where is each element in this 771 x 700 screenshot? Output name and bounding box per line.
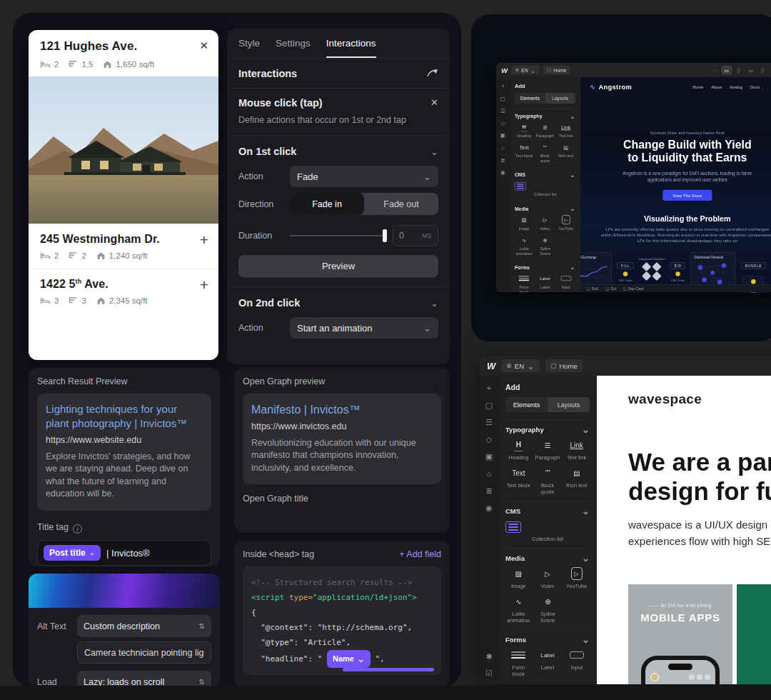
close-icon[interactable]: ✕: [199, 39, 208, 52]
pages-icon[interactable]: ▢: [485, 401, 493, 409]
tab-settings[interactable]: Settings: [276, 29, 311, 58]
element-block-quote[interactable]: ””Block quote: [535, 143, 554, 164]
element-input[interactable]: Input: [563, 649, 590, 677]
layers-icon[interactable]: ☰: [485, 419, 493, 426]
element-youtube[interactable]: ▷YouTube: [556, 215, 575, 231]
cms-icon[interactable]: ≣: [500, 157, 505, 163]
alt-text-input[interactable]: [77, 641, 211, 664]
settings-icon[interactable]: ✱: [485, 653, 492, 661]
section-typography[interactable]: Typography⌄: [505, 419, 590, 439]
section-media[interactable]: Media⌄: [505, 548, 590, 567]
mobile-apps-card[interactable]: AI OS for everything MOBILE APPS: [628, 584, 732, 684]
element-spline[interactable]: ⊕Spline Scene: [535, 595, 561, 624]
tab-layouts[interactable]: Layouts: [548, 397, 590, 412]
add-listing-icon[interactable]: +: [200, 231, 208, 249]
preview-button[interactable]: Preview: [238, 255, 438, 278]
element-paragraph[interactable]: ☰Paragraph: [535, 439, 561, 461]
element-rich-text[interactable]: ▤Rich text: [563, 466, 590, 495]
add-icon[interactable]: +: [487, 384, 491, 392]
section-media[interactable]: Media⌄: [515, 201, 575, 215]
element-video[interactable]: ▷Video: [535, 567, 561, 589]
add-icon[interactable]: +: [501, 84, 505, 89]
section-cms[interactable]: CMS⌄: [505, 501, 590, 520]
element-collection-list[interactable]: Collection list: [505, 521, 590, 542]
element-text-link[interactable]: LinkText link: [563, 439, 590, 461]
alt-text-select[interactable]: Custom description⇅: [77, 615, 211, 637]
nav-docs[interactable]: Docs ⌄: [750, 85, 764, 89]
element-image[interactable]: ▨Image: [515, 215, 533, 231]
element-label[interactable]: LabelLabel: [535, 649, 561, 677]
element-collection-list[interactable]: Collection list: [515, 182, 575, 197]
element-youtube[interactable]: ▷YouTube: [563, 567, 590, 589]
add-field-button[interactable]: + Add field: [399, 549, 441, 559]
title-tag-input[interactable]: Post title⌄ | Invictos®: [37, 540, 211, 566]
element-form-block[interactable]: Form block: [505, 649, 532, 677]
home-breadcrumb-chip[interactable]: ▢Home: [545, 359, 583, 372]
element-spline[interactable]: ⊕Spline Scene: [535, 235, 555, 256]
tab-layouts[interactable]: Layouts: [545, 93, 575, 104]
assets-icon[interactable]: ▣: [485, 453, 493, 461]
tab-style[interactable]: Style: [238, 29, 260, 58]
layers-icon[interactable]: ☰: [500, 108, 505, 114]
element-text-link[interactable]: LinkText link: [556, 123, 575, 139]
checklist-icon[interactable]: ☑: [485, 669, 493, 677]
interaction-wand-icon[interactable]: [427, 69, 438, 78]
second-click-header[interactable]: On 2nd click ⌄: [227, 287, 450, 311]
duration-input[interactable]: 0 MS: [393, 225, 438, 246]
device-desktop-icon[interactable]: ▭: [722, 66, 732, 74]
action-select[interactable]: Start an animation ⌄: [290, 317, 438, 339]
nav-home[interactable]: Home: [692, 85, 703, 89]
cms-icon[interactable]: ≣: [485, 487, 492, 495]
action-select[interactable]: Fade ⌄: [290, 166, 438, 187]
pages-icon[interactable]: ▢: [500, 96, 505, 101]
site-icon[interactable]: ⌂: [487, 470, 492, 478]
nav-analog[interactable]: Analog: [730, 85, 742, 89]
slider-handle[interactable]: [383, 229, 387, 242]
components-icon[interactable]: ◇: [500, 121, 505, 126]
name-field-chip[interactable]: Name⌄: [327, 650, 371, 668]
home-breadcrumb-chip[interactable]: ▢Home: [543, 66, 570, 75]
device-landscape-icon[interactable]: ▭: [746, 66, 755, 74]
remove-trigger-icon[interactable]: ✕: [430, 97, 438, 108]
first-click-header[interactable]: On 1st click ⌄: [227, 136, 450, 160]
tab-elements[interactable]: Elements: [505, 397, 548, 412]
post-title-chip[interactable]: Post title⌄: [44, 545, 101, 561]
direction-segmented[interactable]: Fade in Fade out: [290, 193, 438, 215]
device-phone-icon[interactable]: ▯: [760, 66, 767, 74]
element-video[interactable]: ▷Video: [535, 215, 554, 231]
users-icon[interactable]: ◉: [500, 170, 505, 176]
element-paragraph[interactable]: ☰Paragraph: [535, 123, 554, 139]
saas-card[interactable]: AI based SAAS Library: [737, 584, 771, 684]
section-cms[interactable]: CMS⌄: [515, 167, 575, 181]
element-heading[interactable]: HHeading: [505, 439, 532, 461]
add-listing-icon[interactable]: +: [200, 276, 208, 294]
section-forms[interactable]: Forms⌄: [515, 260, 575, 274]
grid-toggle[interactable]: ▢Grid: [587, 286, 598, 291]
assets-icon[interactable]: ▣: [500, 133, 505, 139]
element-block-quote[interactable]: ””Block quote: [535, 466, 561, 495]
code-editor[interactable]: <!-- Structured search results --> <scri…: [243, 566, 441, 675]
element-text-block[interactable]: TextText block: [505, 466, 532, 495]
element-rich-text[interactable]: ▤Rich text: [556, 143, 575, 164]
device-tablet-icon[interactable]: ▯: [735, 66, 742, 74]
view-docs-button[interactable]: View The Docs: [662, 190, 712, 201]
fade-out-option[interactable]: Fade out: [364, 193, 438, 215]
wavespace-logo[interactable]: wavespace: [628, 391, 702, 407]
element-input[interactable]: Input: [556, 274, 575, 292]
element-lottie[interactable]: ∿Lottie animation: [505, 595, 532, 624]
image-thumbnail[interactable]: [29, 574, 220, 608]
section-typography[interactable]: Typography⌄: [515, 109, 575, 122]
tab-elements[interactable]: Elements: [515, 93, 545, 104]
language-chip[interactable]: ⊕EN⌄: [512, 66, 540, 75]
daycard-toggle[interactable]: ▢Day-Card: [623, 286, 643, 291]
result-title[interactable]: Lighting techniques for your plant photo…: [46, 402, 203, 431]
users-icon[interactable]: ◉: [485, 504, 493, 512]
tab-interactions[interactable]: Interactions: [326, 29, 376, 58]
element-image[interactable]: ▨Image: [505, 567, 532, 589]
info-icon[interactable]: i: [73, 524, 82, 534]
more-options-icon[interactable]: ···: [711, 67, 717, 73]
nav-about[interactable]: About: [711, 85, 722, 89]
listing-row[interactable]: 1422 5th Ave. + 3 3 2,345 sq/ft: [29, 269, 218, 314]
element-text-block[interactable]: TextText block: [515, 143, 533, 164]
listing-row[interactable]: 245 Westmingham Dr. + 2 2 1,240 sq/ft: [29, 224, 218, 269]
